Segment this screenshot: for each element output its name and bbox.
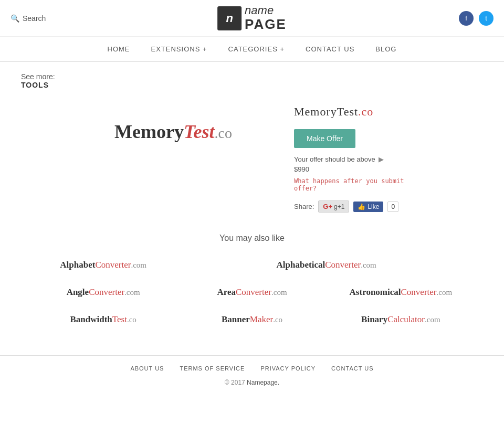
header: 🔍 Search n name PAGE f t (0, 0, 504, 37)
fb-icon: 👍 (358, 203, 365, 210)
nav-extensions[interactable]: EXTENSIONS + (149, 38, 210, 60)
logo-name: name (245, 4, 287, 17)
domain-title-tld: .co (358, 105, 373, 118)
footer-terms[interactable]: TERMS OF SERVICE (180, 365, 245, 372)
see-more: See more: TOOLS (21, 72, 483, 89)
offer-link[interactable]: What happens after you submit offer? (294, 177, 430, 192)
domain-grid: AlphabetConverter.com AlphabeticalConver… (21, 256, 483, 329)
gplus-label: g+1 (334, 203, 344, 210)
logo-text: name PAGE (245, 4, 287, 32)
twitter-icon[interactable]: t (479, 11, 494, 26)
make-offer-button[interactable]: Make Offer (294, 129, 355, 148)
domain-logo-display: MemoryTest.co (114, 121, 232, 143)
facebook-icon[interactable]: f (459, 11, 474, 26)
list-item[interactable]: BinaryCalculator.com (329, 310, 472, 329)
search-area[interactable]: 🔍 Search (10, 14, 46, 23)
gplus-button[interactable]: G+ g+1 (318, 200, 349, 213)
footer-copyright: © 2017 Namepage. (10, 379, 494, 386)
nav-categories[interactable]: CATEGORIES + (226, 38, 287, 60)
domain-section: MemoryTest.co MemoryTest.co Make Offer Y… (21, 100, 483, 213)
nav-contact[interactable]: CONTACT US (303, 38, 357, 60)
footer-about[interactable]: ABOUT US (130, 365, 164, 372)
list-item[interactable]: AstronomicalConverter.com (329, 283, 472, 302)
fb-like-button[interactable]: 👍 Like (353, 202, 383, 212)
list-item[interactable]: BannerMaker.co (180, 310, 323, 329)
also-like-title: You may also like (21, 234, 483, 243)
footer-contact[interactable]: CONTACT US (331, 365, 374, 372)
arrow-icon: ▶ (379, 155, 384, 163)
fb-count: 0 (387, 202, 398, 212)
share-label: Share: (294, 203, 314, 210)
list-item[interactable]: BandwidthTest.co (32, 310, 175, 329)
domain-title-plain: MemoryTest (294, 105, 358, 118)
logo-page: PAGE (245, 17, 287, 32)
nav-blog[interactable]: BLOG (373, 38, 399, 60)
search-label: Search (23, 14, 46, 23)
footer-brand[interactable]: Namepage. (247, 379, 279, 386)
fb-label: Like (368, 203, 379, 210)
footer-links: ABOUT US TERMS OF SERVICE PRIVACY POLICY… (10, 365, 494, 372)
also-like-section: You may also like (21, 234, 483, 243)
offer-hint: Your offer should be above ▶ (294, 155, 430, 163)
domain-title: MemoryTest.co (294, 105, 430, 119)
offer-price: $990 (294, 165, 430, 173)
domain-preview: MemoryTest.co (74, 100, 273, 164)
domain-info: MemoryTest.co Make Offer Your offer shou… (294, 100, 430, 213)
nav-home[interactable]: HOME (105, 38, 133, 60)
search-icon: 🔍 (10, 14, 19, 23)
share-row: Share: G+ g+1 👍 Like 0 (294, 200, 430, 213)
logo-icon: n (217, 6, 242, 30)
see-more-category[interactable]: TOOLS (21, 81, 49, 89)
list-item[interactable]: AlphabeticalConverter.com (180, 256, 472, 274)
main-nav: HOME EXTENSIONS + CATEGORIES + CONTACT U… (0, 37, 504, 62)
see-more-label: See more: (21, 72, 55, 81)
list-item[interactable]: AngleConverter.com (32, 283, 175, 302)
logo[interactable]: n name PAGE (217, 4, 287, 32)
footer-privacy[interactable]: PRIVACY POLICY (260, 365, 316, 372)
gplus-icon: G+ (323, 203, 332, 210)
social-icons: f t (459, 11, 494, 26)
main-content: See more: TOOLS MemoryTest.co MemoryTest… (0, 62, 504, 355)
list-item[interactable]: AreaConverter.com (180, 283, 323, 302)
list-item[interactable]: AlphabetConverter.com (32, 256, 175, 274)
footer: ABOUT US TERMS OF SERVICE PRIVACY POLICY… (0, 355, 504, 396)
